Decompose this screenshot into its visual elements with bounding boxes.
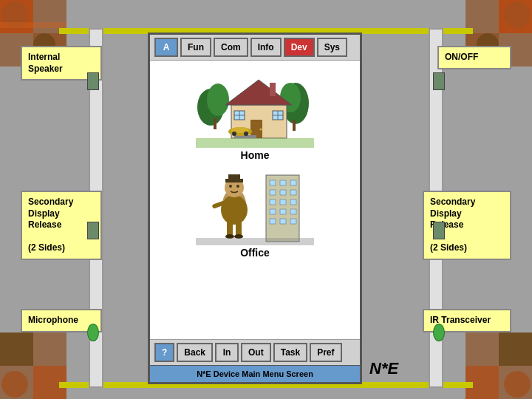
nav-top: A Fun Com Info Dev Sys xyxy=(150,35,360,61)
svg-point-42 xyxy=(244,132,248,136)
nav-bottom: ? Back In Out Task Pref xyxy=(150,339,360,365)
svg-rect-57 xyxy=(290,209,296,214)
btn-sys[interactable]: Sys xyxy=(317,38,347,57)
svg-rect-73 xyxy=(196,238,314,245)
left-connector-3 xyxy=(87,324,99,341)
svg-rect-49 xyxy=(270,190,276,195)
office-label: Office xyxy=(240,247,270,259)
svg-rect-60 xyxy=(290,219,296,224)
svg-point-14 xyxy=(1,371,28,398)
btn-in[interactable]: In xyxy=(215,343,239,362)
device-footer: N*E Device Main Menu Screen xyxy=(150,365,360,382)
house-image xyxy=(196,66,314,148)
home-section: Home xyxy=(156,66,354,161)
right-connector-2 xyxy=(433,222,445,239)
office-image xyxy=(196,164,314,245)
svg-rect-51 xyxy=(290,190,296,195)
svg-point-9 xyxy=(504,1,531,28)
left-connector-1 xyxy=(87,72,99,90)
right-connector-3 xyxy=(433,324,445,341)
svg-rect-59 xyxy=(280,219,286,224)
btn-pref[interactable]: Pref xyxy=(310,343,341,362)
svg-rect-48 xyxy=(290,180,296,185)
corner-decoration-bl xyxy=(0,332,66,399)
btn-fun[interactable]: Fun xyxy=(180,38,211,57)
svg-point-31 xyxy=(260,129,262,131)
svg-point-66 xyxy=(229,185,232,188)
btn-dev[interactable]: Dev xyxy=(284,38,315,57)
svg-rect-56 xyxy=(280,209,286,214)
svg-rect-24 xyxy=(293,120,296,131)
left-connector-2 xyxy=(87,222,99,239)
svg-rect-43 xyxy=(196,138,314,148)
svg-rect-16 xyxy=(499,332,532,366)
btn-a[interactable]: A xyxy=(154,38,178,57)
svg-point-67 xyxy=(236,185,239,188)
footer-caption: N*E Device Main Menu Screen xyxy=(197,369,313,378)
corner-decoration-br xyxy=(466,332,532,399)
ne-label: N*E xyxy=(369,359,398,378)
svg-point-62 xyxy=(221,195,248,225)
btn-back[interactable]: Back xyxy=(177,343,213,362)
screen-content: Home xyxy=(150,61,360,339)
svg-rect-58 xyxy=(270,219,276,224)
svg-point-20 xyxy=(207,83,229,116)
svg-rect-29 xyxy=(270,83,276,96)
btn-out[interactable]: Out xyxy=(241,343,271,362)
svg-point-18 xyxy=(504,371,531,398)
svg-rect-54 xyxy=(290,200,296,205)
btn-task[interactable]: Task xyxy=(273,343,307,362)
home-label: Home xyxy=(241,149,270,161)
right-connector-1 xyxy=(433,72,445,90)
svg-rect-65 xyxy=(228,174,240,180)
main-device: A Fun Com Info Dev Sys xyxy=(148,33,362,384)
btn-com[interactable]: Com xyxy=(214,38,248,57)
svg-rect-52 xyxy=(270,200,276,205)
svg-rect-47 xyxy=(280,180,286,185)
svg-rect-50 xyxy=(280,190,286,195)
svg-rect-53 xyxy=(280,200,286,205)
svg-rect-55 xyxy=(270,209,276,214)
svg-rect-21 xyxy=(214,118,216,129)
svg-rect-12 xyxy=(0,332,33,366)
office-section: Office xyxy=(156,164,354,259)
btn-info[interactable]: Info xyxy=(250,38,282,57)
btn-question[interactable]: ? xyxy=(154,343,174,362)
on-off-label: ON/OFF xyxy=(437,46,511,69)
svg-rect-46 xyxy=(270,180,276,185)
svg-rect-5 xyxy=(0,22,66,28)
svg-point-41 xyxy=(232,132,236,136)
